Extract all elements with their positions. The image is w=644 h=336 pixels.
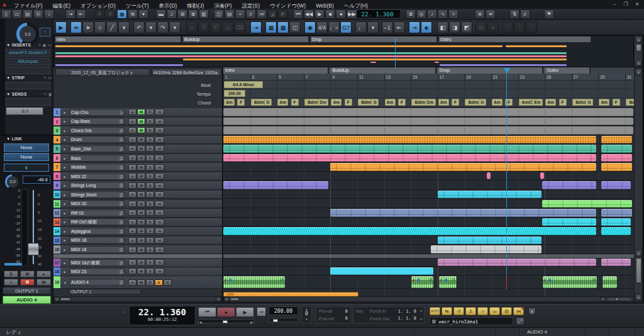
clip[interactable] xyxy=(223,154,596,162)
scroll-down-icon[interactable]: ∨ xyxy=(635,60,642,66)
track-comp-button[interactable]: C xyxy=(164,279,172,286)
track-solo-button[interactable]: S xyxy=(146,237,154,244)
inspector-read-button[interactable]: R xyxy=(20,279,35,286)
track-name-field[interactable]: Drum|1 xyxy=(69,136,125,143)
toolbar-button[interactable]: ≔ xyxy=(257,9,267,19)
track-name-field[interactable]: Strings Short|1 xyxy=(69,191,125,198)
beat-lane[interactable]: 4/4 A Minor xyxy=(223,81,634,89)
toolbar-button[interactable]: ◎ xyxy=(416,9,426,19)
track-mute-button[interactable]: M xyxy=(137,137,145,143)
toolbar-button[interactable]: ▦ xyxy=(117,9,127,19)
track-name-field[interactable]: Cap Bass|1 xyxy=(69,118,125,125)
menu-w[interactable]: ウインドウ(W) xyxy=(265,3,311,9)
position-slider[interactable]: ◀▶ xyxy=(198,319,254,323)
track-record-button[interactable]: ● xyxy=(128,201,136,207)
chord-badge[interactable]: F xyxy=(345,99,352,106)
scroll-right-icon[interactable]: › xyxy=(600,297,606,301)
toolbar-button[interactable]: ✂ xyxy=(186,21,197,33)
toolbar-button[interactable]: ▾ xyxy=(169,21,180,33)
restore-button[interactable]: ❐ xyxy=(623,1,629,8)
toolbar-button[interactable]: ⌶ xyxy=(514,21,525,33)
scroll-up-icon[interactable]: ∧ xyxy=(635,69,642,76)
audio-format-button[interactable]: 44100Hz 32Bit BufferSize 192Sa.. xyxy=(152,69,221,76)
track-expand-icon[interactable]: ▸ xyxy=(60,174,69,179)
clip[interactable] xyxy=(601,209,632,217)
chord-badge[interactable]: Am xyxy=(224,99,235,106)
track-row[interactable]: 4▸Drum|1●MS⊲ xyxy=(53,136,222,145)
chord-badge[interactable]: Am xyxy=(331,99,341,106)
track-monitor-icon[interactable]: ⊲ xyxy=(155,109,164,115)
track-row[interactable]: 1▸Cap Cho|-●MS⊲ xyxy=(53,108,222,117)
menu-e[interactable]: 編集(E) xyxy=(48,3,75,9)
track-name-field[interactable]: MIDI 23|1 xyxy=(69,268,125,275)
menu-o[interactable]: オプション(O) xyxy=(75,3,121,9)
toolbar-button[interactable]: ▥ xyxy=(199,9,209,19)
insert-slot-1[interactable]: wizardFX Modern F xyxy=(6,49,50,57)
chord-badge[interactable]: Dm xyxy=(318,99,328,106)
track-record-button[interactable]: ● xyxy=(128,210,136,216)
track-expand-icon[interactable]: ▸ xyxy=(60,220,69,224)
toolbar-button[interactable]: ▶ xyxy=(55,21,67,33)
track-mute-button[interactable]: M xyxy=(137,237,145,244)
track-monitor-icon[interactable]: ⊲ xyxy=(155,201,164,207)
scroll-handle[interactable] xyxy=(230,298,239,301)
track-expand-icon[interactable]: ◂ xyxy=(60,280,69,284)
track-row[interactable]: 17▸MIDI 16の複製|1●MS⊲ xyxy=(53,259,222,267)
chord-badge[interactable]: Am xyxy=(599,99,609,106)
menu-j[interactable]: 移動(J) xyxy=(182,3,209,9)
menu-p[interactable]: 演奏(P) xyxy=(209,3,236,9)
track-expand-icon[interactable]: ▸ xyxy=(60,156,69,160)
toolbar-button[interactable]: ▤ xyxy=(23,9,33,19)
track-mute-button[interactable]: M xyxy=(137,219,145,225)
toolbar-button[interactable]: ≋ xyxy=(475,9,485,19)
track-mute-button[interactable]: M xyxy=(137,109,145,115)
toolbar-button[interactable]: ▶ xyxy=(314,9,325,19)
toolbar-button[interactable]: ▭ xyxy=(222,21,233,33)
trackpanel-hscrollbar[interactable]: ‹ › xyxy=(53,296,222,302)
track-row[interactable]: 15▸MIDI 18|1●MS⊲ xyxy=(53,237,222,245)
track-record-button[interactable]: ● xyxy=(128,191,136,198)
zoom-slider[interactable] xyxy=(608,299,630,300)
toolbar-button[interactable]: ⇟ xyxy=(105,9,115,19)
toolbar-button[interactable]: ▯ xyxy=(1,9,11,19)
track-record-button[interactable]: ● xyxy=(128,247,136,253)
track-row[interactable]: 19◂AUDIO 4|2●MSAC xyxy=(53,276,222,289)
toolbar-button[interactable]: ▦ xyxy=(277,21,289,33)
track-mute-button[interactable]: M xyxy=(137,228,145,234)
loop-button-5[interactable]: ▭ xyxy=(489,307,500,315)
close-button[interactable]: ✕ xyxy=(634,1,640,8)
inspector-input-echo-button[interactable]: i xyxy=(4,279,18,286)
track-name-field[interactable]: Strings Long|1 xyxy=(69,182,125,189)
toolbar-button[interactable]: ⇤ xyxy=(394,21,405,33)
chord-badge[interactable]: F xyxy=(559,99,567,106)
insert-slot-2[interactable]: MAutopan xyxy=(6,58,50,65)
track-solo-button[interactable]: S xyxy=(146,173,154,179)
toolbar-button[interactable]: ⇥ xyxy=(409,21,420,33)
toolbar-button[interactable]: ▾ xyxy=(367,21,379,33)
scroll-up-icon[interactable]: ∧ xyxy=(635,36,642,43)
scroll-corner-grip[interactable]: ∨ xyxy=(635,294,642,301)
zoom-slider-handle[interactable] xyxy=(615,298,619,301)
toolbar-button[interactable]: ⎗ xyxy=(210,21,221,33)
clip[interactable] xyxy=(223,126,633,135)
track-auto-button[interactable]: A xyxy=(155,279,163,286)
track-row[interactable]: 10▸Strings Short|1●MS⊲ xyxy=(53,191,222,199)
toolbar-button[interactable]: ╱ xyxy=(106,21,118,33)
record-button[interactable]: ● xyxy=(217,307,235,317)
clip[interactable] xyxy=(223,118,633,126)
sends-header[interactable]: ▼ SENDS+ ◨ xyxy=(6,92,52,97)
toolbar-button[interactable]: ⇤ xyxy=(76,9,86,19)
tempo-slider-handle[interactable] xyxy=(273,319,278,322)
clip[interactable] xyxy=(330,163,596,171)
main-vscrollbar[interactable]: ∧ ∨ ∨ xyxy=(634,67,643,302)
track-name-field[interactable]: Riff Gt.|1 xyxy=(69,210,125,216)
track-mute-button[interactable]: M xyxy=(137,210,145,216)
track-record-button[interactable]: ● xyxy=(128,155,136,161)
track-record-button[interactable]: ● xyxy=(128,164,136,171)
timeline-ruler[interactable]: IntroBuildUpDropOutro 135791113151719212… xyxy=(223,67,634,107)
track-mute-button[interactable]: M xyxy=(137,259,145,266)
track-expand-icon[interactable]: ▸ xyxy=(60,137,69,142)
synth-output-row[interactable]: OUTPUT 1 xyxy=(69,289,141,294)
link-slot-1[interactable]: None xyxy=(4,143,49,152)
toolbar-button[interactable]: ◨ xyxy=(449,21,460,33)
